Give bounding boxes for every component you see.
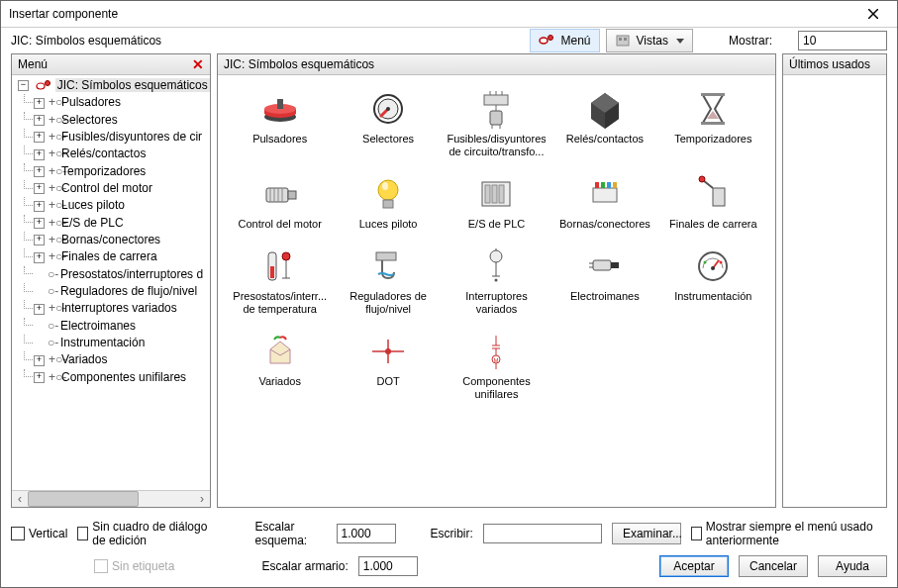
vertical-checkbox[interactable]: Vertical [11, 527, 67, 540]
scale-panel-input[interactable] [358, 556, 418, 576]
tree-item[interactable]: ++○-Finales de carrera [34, 248, 210, 265]
tree-item[interactable]: ++○-Temporizadores [34, 163, 210, 180]
tree-item[interactable]: ++○-Selectores [34, 112, 210, 129]
svg-rect-60 [593, 260, 611, 270]
tree-item[interactable]: ++○-Fusibles/disyuntores de cir [34, 129, 210, 146]
tree-item[interactable]: ++○-E/S de PLC [34, 215, 210, 232]
component-item-electroimanes[interactable]: Electroimanes [550, 245, 658, 320]
browse-button[interactable]: Examinar... [612, 523, 681, 544]
svg-rect-46 [713, 188, 725, 206]
close-icon [868, 9, 878, 19]
recent-panel-body [783, 75, 886, 507]
always-show-menu-checkbox[interactable]: Mostrar siempre el menú usado anteriorme… [691, 520, 887, 547]
expand-icon[interactable]: + [34, 355, 45, 366]
svg-rect-42 [595, 182, 599, 188]
component-item-instrumentacion[interactable]: Instrumentación [659, 245, 767, 320]
expand-icon[interactable]: + [34, 115, 45, 126]
tree-item[interactable]: ○-Electroimanes [34, 318, 210, 335]
no-edit-dialog-checkbox[interactable]: Sin cuadro de diálogo de edición [77, 520, 220, 547]
expand-icon[interactable]: + [34, 252, 45, 263]
type-input[interactable] [483, 524, 602, 543]
component-item-finales[interactable]: Finales de carrera [659, 172, 767, 235]
expand-icon[interactable]: + [34, 201, 45, 212]
tree-horizontal-scrollbar[interactable]: ‹ › [12, 490, 210, 507]
svg-rect-4 [617, 36, 629, 46]
root-icon [36, 78, 51, 94]
tree-item[interactable]: ++○-Luces piloto [34, 197, 210, 214]
expand-icon[interactable]: + [34, 132, 45, 143]
component-item-reles[interactable]: Relés/contactos [550, 87, 658, 162]
component-item-controlmotor[interactable]: Control del motor [226, 172, 334, 235]
component-item-selectores[interactable]: Selectores [334, 87, 442, 162]
tree-item[interactable]: ++○-Variados [34, 351, 210, 368]
views-icon [615, 33, 631, 49]
svg-rect-50 [270, 266, 274, 278]
component-item-esplc[interactable]: E/S de PLC [443, 172, 550, 235]
expand-icon[interactable]: + [34, 166, 45, 177]
show-count-input[interactable] [798, 31, 887, 50]
expand-icon[interactable]: + [34, 218, 45, 229]
tree-item[interactable]: ○-Instrumentación [34, 335, 210, 351]
component-item-lucespiloto[interactable]: Luces piloto [334, 172, 442, 235]
tree-item[interactable]: ○-Reguladores de flujo/nivel [34, 283, 210, 300]
tree-item[interactable]: ++○-Bornas/conectores [34, 232, 210, 248]
svg-point-59 [495, 279, 498, 282]
scale-schema-input[interactable] [337, 524, 396, 543]
component-item-fusibles[interactable]: Fusibles/disyuntores de circuito/transfo… [443, 87, 550, 162]
tree-item-label: Luces piloto [61, 199, 125, 213]
temporizadores-icon [693, 89, 733, 129]
component-item-label: Selectores [339, 133, 438, 146]
svg-rect-38 [485, 185, 490, 203]
tree-item[interactable]: ++○-Interruptores variados [34, 300, 210, 317]
show-label: Mostrar: [729, 34, 772, 48]
scroll-right-icon[interactable]: › [194, 491, 210, 507]
electroimanes-icon [585, 246, 625, 286]
tree-item[interactable]: ○-Presostatos/interruptores d [34, 266, 210, 283]
component-item-variados[interactable]: Variados [226, 330, 334, 405]
svg-point-55 [490, 250, 502, 262]
close-button[interactable] [853, 3, 893, 25]
svg-rect-27 [701, 122, 725, 125]
tree-root[interactable]: − JIC: Símbolos esquemáticos ++○-Pulsado… [18, 77, 210, 386]
svg-rect-35 [383, 200, 393, 208]
tree-item[interactable]: ++○-Control del motor [34, 180, 210, 197]
component-item-unifilares[interactable]: MComponentes unifilares [443, 330, 550, 405]
component-item-label: Luces piloto [339, 218, 438, 231]
scroll-left-icon[interactable]: ‹ [12, 491, 28, 507]
expand-icon[interactable]: + [34, 304, 45, 315]
tree-item-label: Electroimanes [60, 319, 136, 333]
svg-point-68 [720, 261, 723, 264]
component-item-reguladores[interactable]: Reguladores de flujo/nivel [334, 245, 442, 320]
vertical-checkbox-label: Vertical [29, 527, 67, 540]
component-item-label: Variados [231, 375, 330, 388]
tree[interactable]: − JIC: Símbolos esquemáticos ++○-Pulsado… [14, 77, 210, 386]
svg-point-7 [37, 83, 45, 89]
views-toolbar-button[interactable]: Vistas [606, 29, 693, 52]
expand-icon[interactable]: + [34, 149, 45, 160]
scale-schema-label: Escalar esquema: [254, 520, 326, 547]
tree-item-label: Bornas/conectores [61, 233, 160, 246]
tree-item[interactable]: ++○-Pulsadores [34, 94, 210, 111]
expand-icon[interactable]: + [34, 235, 45, 245]
tree-panel-close-icon[interactable]: ✕ [192, 56, 204, 72]
help-button[interactable]: Ayuda [818, 555, 887, 577]
cancel-button[interactable]: Cancelar [739, 555, 808, 577]
scroll-thumb[interactable] [28, 491, 139, 507]
component-item-pulsadores[interactable]: Pulsadores [226, 87, 334, 162]
menu-toolbar-button[interactable]: Menú [530, 29, 599, 52]
component-item-presostatos[interactable]: Presostatos/interr... de temperatura [226, 245, 334, 320]
ok-button[interactable]: Aceptar [659, 555, 729, 577]
tree-item[interactable]: ++○-Componentes unifilares [34, 369, 210, 386]
component-item-dot[interactable]: DOT [334, 330, 442, 405]
svg-point-66 [711, 266, 715, 270]
expand-icon[interactable]: + [34, 183, 45, 194]
component-item-temporizadores[interactable]: Temporizadores [659, 87, 767, 162]
collapse-icon[interactable]: − [18, 80, 29, 91]
tree-item[interactable]: ++○-Relés/contactos [34, 146, 210, 162]
component-item-bornas[interactable]: Bornas/conectores [550, 172, 658, 235]
type-label: Escribir: [431, 527, 473, 540]
tree-item-label: Instrumentación [60, 336, 145, 349]
expand-icon[interactable]: + [34, 372, 45, 383]
expand-icon[interactable]: + [34, 98, 45, 109]
component-item-interruptores[interactable]: Interruptores variados [443, 245, 550, 320]
